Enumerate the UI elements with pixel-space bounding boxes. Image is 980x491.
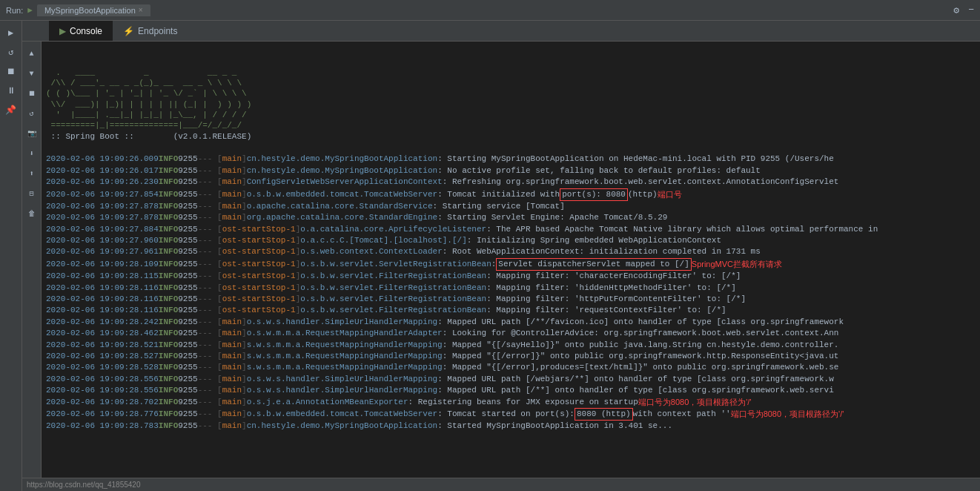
log-line: 2020-02-06 19:09:28.528 INFO 9255 --- [ … (46, 362, 976, 373)
log-message: : Registering beans for JMX exposure on … (408, 397, 638, 408)
log-line: 2020-02-06 19:09:28.556 INFO 9255 --- [ … (46, 385, 976, 396)
log-thread: main (222, 351, 242, 362)
log-line: 2020-02-06 19:09:27.884 INFO 9255 --- [ … (46, 224, 976, 235)
log-thread: ost-startStop-1 (222, 271, 296, 282)
log-level: INFO (159, 374, 178, 385)
log-class: o.s.b.w.servlet.FilterRegistrationBean (300, 283, 486, 294)
log-date: 2020-02-06 19:09:26.230 (46, 177, 159, 188)
spring-version: :: Spring Boot :: (v2.0.1.RELEASE) (46, 131, 976, 142)
log-pid: 9255 (178, 177, 197, 188)
log-line: 2020-02-06 19:09:26.009 INFO 9255 --- [ … (46, 154, 976, 165)
log-thread: ost-startStop-1 (222, 224, 296, 235)
log-date: 2020-02-06 19:09:28.521 (46, 340, 159, 351)
log-line: 2020-02-06 19:09:28.116 INFO 9255 --- [ … (46, 305, 976, 316)
toolbar-camera-icon[interactable]: 📷 (22, 125, 43, 142)
log-message: : Starting service [Tomcat] (433, 201, 565, 212)
log-level: INFO (159, 305, 178, 316)
sidebar-rerun-icon[interactable]: ↺ (2, 43, 20, 61)
log-class: cn.hestyle.demo.MySpringBootApplication (247, 154, 437, 165)
sidebar-run-icon[interactable]: ▶ (2, 24, 20, 42)
log-line: 2020-02-06 19:09:27.878 INFO 9255 --- [ … (46, 201, 976, 212)
log-class: o.apache.catalina.core.StandardService (247, 201, 433, 212)
log-pid: 9255 (178, 328, 197, 339)
log-class: cn.hestyle.demo.MySpringBootApplication (247, 165, 437, 177)
log-pid: 9255 (178, 259, 197, 270)
log-pid: 9255 (178, 351, 197, 362)
sidebar-pin-icon[interactable]: 📌 (2, 101, 20, 119)
log-date: 2020-02-06 19:09:28.116 (46, 294, 159, 305)
toolbar-stop-icon[interactable]: ⏹ (22, 85, 43, 102)
toolbar-download-icon[interactable]: ⬇ (22, 145, 43, 162)
log-pid: 9255 (178, 235, 197, 246)
log-class: o.s.b.w.servlet.ServletRegistrationBean (300, 259, 491, 270)
log-pid: 9255 (178, 294, 197, 305)
log-pid: 9255 (178, 362, 197, 373)
tab-console[interactable]: ▶ Console (49, 21, 113, 41)
log-message: : Mapped URL path [/webjars/**] onto han… (437, 374, 834, 385)
log-line: 2020-02-06 19:09:27.961 INFO 9255 --- [ … (46, 246, 976, 257)
tab-endpoints[interactable]: ⚡ Endpoints (113, 21, 188, 41)
log-pid: 9255 (178, 224, 197, 235)
log-pid: 9255 (178, 409, 197, 420)
settings-icon[interactable]: ⚙ (953, 4, 959, 16)
toolbar-up-icon[interactable]: ▲ (22, 45, 43, 62)
log-message: : The APR based Apache Tomcat Native lib… (486, 224, 878, 235)
log-line: 2020-02-06 19:09:28.521 INFO 9255 --- [ … (46, 340, 976, 351)
log-line: 2020-02-06 19:09:28.109 INFO 9255 --- [ … (46, 258, 976, 271)
log-class: o.s.web.context.ContextLoader (300, 246, 442, 257)
log-date: 2020-02-06 19:09:28.776 (46, 409, 159, 420)
bottom-url: https://blog.csdn.net/qq_41855420 (27, 481, 140, 489)
log-thread: main (222, 165, 242, 177)
log-class: org.apache.catalina.core.StandardEngine (247, 212, 437, 223)
toolbar-collapse-icon[interactable]: ⊟ (22, 185, 43, 202)
tool-buttons (22, 30, 49, 33)
log-message: : Mapped URL path [/**] onto handler of … (437, 385, 834, 396)
minimize-icon[interactable]: − (968, 4, 974, 16)
log-level: INFO (159, 283, 178, 294)
log-message: : Mapping filter: 'characterEncodingFilt… (486, 271, 741, 282)
log-class: o.s.w.m.m.a.RequestMappingHandlerAdapter (247, 328, 443, 339)
log-line: 2020-02-06 19:09:28.242 INFO 9255 --- [ … (46, 317, 976, 328)
log-class: s.w.s.m.m.a.RequestMappingHandlerMapping (247, 362, 443, 373)
close-tab-button[interactable]: × (139, 6, 143, 14)
log-message: : Initializing Spring embedded WebApplic… (467, 235, 721, 246)
run-label: Run: (6, 6, 23, 15)
log-class: s.w.s.m.m.a.RequestMappingHandlerMapping (247, 340, 443, 351)
log-annotation: SpringMVC拦截所有请求 (692, 259, 782, 270)
log-thread: main (222, 201, 242, 212)
toolbar-down-icon[interactable]: ▼ (22, 65, 43, 82)
toolbar-rerun-icon[interactable]: ↺ (22, 105, 43, 122)
log-class: ConfigServletWebServerApplicationContext (247, 177, 443, 188)
log-date: 2020-02-06 19:09:28.116 (46, 283, 159, 294)
log-level: INFO (159, 351, 178, 362)
log-level: INFO (159, 154, 178, 165)
content-area: ▶ Console ⚡ Endpoints ▲ ▼ ⏹ ↺ 📷 ⬇ ⬆ ⊟ 🗑 (22, 21, 980, 491)
sidebar-pause-icon[interactable]: ⏸ (2, 82, 20, 99)
log-class: o.s.j.e.a.AnnotationMBeanExporter (247, 397, 408, 408)
left-sidebar: ▶ ↺ ⏹ ⏸ 📌 (0, 21, 22, 491)
log-pid: 9255 (178, 317, 197, 328)
app-icon: ▶ (27, 5, 33, 15)
log-level: INFO (159, 165, 178, 177)
log-pid: 9255 (178, 201, 197, 212)
log-message: : No active profile set, falling back to… (437, 165, 761, 177)
inner-toolbar: ▲ ▼ ⏹ ↺ 📷 ⬇ ⬆ ⊟ 🗑 (22, 42, 42, 478)
console-output[interactable]: . ____ _ __ _ _ /\\ / ___'_ __ _ _(_)_ _… (42, 42, 980, 478)
log-message: : Mapping filter: 'requestContextFilter'… (486, 305, 726, 316)
log-thread: ost-startStop-1 (222, 305, 296, 316)
log-date: 2020-02-06 19:09:28.556 (46, 385, 159, 396)
log-pid: 9255 (178, 421, 197, 432)
log-level: INFO (159, 259, 178, 270)
sidebar-stop-icon[interactable]: ⏹ (2, 62, 20, 80)
toolbar-upload-icon[interactable]: ⬆ (22, 165, 43, 182)
log-level: INFO (159, 397, 178, 408)
log-pid: 9255 (178, 385, 197, 396)
log-message: : Mapping filter: 'httpPutFormContentFil… (486, 294, 746, 305)
log-class: o.s.b.w.servlet.FilterRegistrationBean (300, 294, 486, 305)
app-tab[interactable]: MySpringBootApplication × (37, 4, 150, 16)
log-line: 2020-02-06 19:09:28.462 INFO 9255 --- [ … (46, 328, 976, 339)
log-pid: 9255 (178, 271, 197, 282)
log-thread: main (222, 409, 242, 420)
log-line: 2020-02-06 19:09:28.776 INFO 9255 --- [ … (46, 408, 976, 421)
toolbar-delete-icon[interactable]: 🗑 (22, 205, 43, 223)
